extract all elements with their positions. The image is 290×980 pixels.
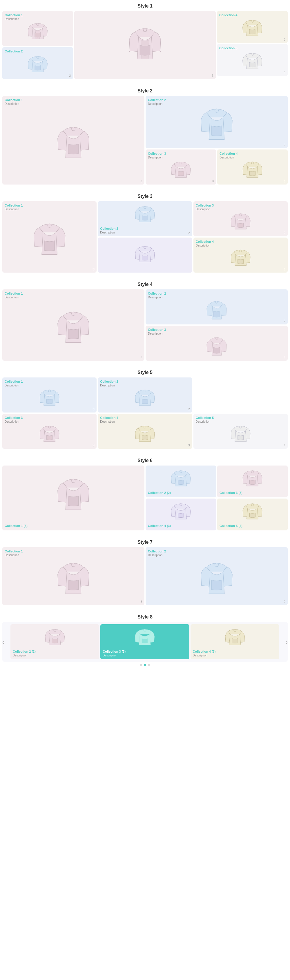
style2-right-bottom: Collection 3 Description 3 <box>146 150 288 185</box>
hoodie-wrapper <box>148 105 285 146</box>
card-desc: Description <box>196 244 285 247</box>
carousel-dot-1[interactable] <box>140 664 142 666</box>
card-label: Collection 3 (3) <box>220 491 285 495</box>
card-count: 3 <box>284 38 285 41</box>
carousel-track: Collection 2 (2) Description <box>10 624 280 659</box>
card-count: 3 <box>212 180 214 183</box>
style5-card5[interactable]: Collection 5 Description 4 <box>194 414 288 449</box>
card-count: 4 <box>284 444 285 447</box>
style4-grid: Collection 1 Description 3 Collecti <box>2 290 288 361</box>
hoodie-wrapper <box>5 105 142 182</box>
hoodie-wrapper <box>148 501 214 524</box>
style6-card2[interactable]: Collection 2 (2) <box>146 466 216 497</box>
card-desc: Description <box>148 156 214 159</box>
card-label: Collection 2 (2) <box>13 650 97 653</box>
carousel-dot-3[interactable] <box>148 664 150 666</box>
card-count: 4 <box>284 71 285 74</box>
svg-point-24 <box>144 426 146 428</box>
hoodie-wrapper <box>5 21 71 44</box>
style7-card1[interactable]: Collection 1 Description 3 <box>2 547 144 605</box>
style6-card5[interactable]: Collection 5 (4) <box>217 498 288 530</box>
card-label: Collection 3 <box>148 152 214 155</box>
svg-point-28 <box>252 471 254 473</box>
style4-card2[interactable]: Collection 2 Description 2 <box>146 290 288 325</box>
card-label: Collection 2 <box>100 227 190 230</box>
style5-empty1 <box>194 377 288 412</box>
card-count: 2 <box>284 143 285 146</box>
style5-grid: Collection 1 Description 3 Collection 2 <box>2 377 288 449</box>
card-label: Collection 3 (3) <box>103 650 187 653</box>
card-label: Collection 3 <box>196 204 285 207</box>
style5-card1[interactable]: Collection 1 Description 3 <box>2 377 96 412</box>
card-count: 2 <box>188 407 190 411</box>
style3-card4[interactable]: Collection 4 Description 3 <box>194 237 288 273</box>
carousel-next-button[interactable]: › <box>286 638 288 645</box>
card-label: Collection 2 <box>148 549 285 553</box>
style4-card1[interactable]: Collection 1 Description 3 <box>2 290 144 361</box>
carousel-dot-2-active[interactable] <box>144 664 146 666</box>
style3-card1[interactable]: Collection 1 Description 3 <box>2 201 96 273</box>
svg-point-12 <box>252 162 254 164</box>
card-label: Collection 2 <box>148 292 285 295</box>
style1-card2[interactable]: Collection 2 2 <box>2 47 73 79</box>
style1-card5[interactable]: Collection 5 4 <box>217 44 288 76</box>
svg-point-8 <box>251 53 253 55</box>
hoodie-wrapper <box>148 335 285 358</box>
hoodie-wrapper <box>148 299 285 322</box>
card-label: Collection 5 <box>219 46 285 50</box>
style3-card2[interactable]: Collection 2 Description 2 <box>98 201 192 236</box>
svg-line-1 <box>28 36 29 37</box>
svg-point-13 <box>48 224 51 228</box>
carousel-item-1[interactable]: Collection 2 (2) Description <box>10 624 99 659</box>
hoodie-wrapper <box>193 627 277 650</box>
style2-left-card[interactable]: Collection 1 Description 3 <box>2 96 144 185</box>
hoodie-wrapper <box>13 627 97 650</box>
style6-card4[interactable]: Collection 4 (3) <box>146 498 216 530</box>
style8-title: Style 8 <box>2 611 288 622</box>
style7-grid: Collection 1 Description 3 Collection 2 <box>2 547 288 605</box>
style5-card2[interactable]: Collection 2 Description 2 <box>98 377 192 412</box>
card-label: Collection 2 (2) <box>148 491 214 495</box>
style5-card4[interactable]: Collection 4 Description 3 <box>98 414 192 449</box>
card-label: Collection 5 <box>196 416 285 420</box>
style2-section: Style 2 Collection 1 Description 3 <box>0 85 290 185</box>
card-label: Collection 1 <box>5 380 94 383</box>
card-label: Collection 1 <box>5 13 71 17</box>
carousel-item-2-active[interactable]: Collection 3 (3) Description <box>100 624 189 659</box>
style4-card3[interactable]: Collection 3 Description 3 <box>146 326 288 361</box>
style1-card1[interactable]: Collection 1 Description <box>2 11 73 46</box>
hoodie-wrapper <box>196 211 285 234</box>
style8-section: Style 8 ‹ <box>0 611 290 666</box>
card-desc: Description <box>5 384 94 387</box>
svg-point-22 <box>144 390 146 392</box>
style2-title: Style 2 <box>2 85 288 96</box>
card-desc: Description <box>100 384 190 387</box>
style8-carousel: ‹ Collection 2 (2 <box>2 622 288 662</box>
carousel-prev-button[interactable]: ‹ <box>2 638 4 645</box>
hoodie-wrapper <box>220 468 285 491</box>
svg-point-18 <box>72 312 75 315</box>
style6-card3[interactable]: Collection 3 (3) <box>217 466 288 497</box>
style3-card-mid-bottom[interactable] <box>98 237 192 273</box>
style3-card3[interactable]: Collection 3 Description 3 <box>194 201 288 236</box>
style7-card2[interactable]: Collection 2 Description 2 <box>146 547 288 605</box>
style2-card4[interactable]: Collection 4 Description 3 <box>217 150 288 185</box>
svg-point-34 <box>144 629 146 632</box>
card-label: Collection 4 <box>219 13 285 17</box>
style6-card1[interactable]: Collection 1 (3) <box>2 466 144 530</box>
carousel-item-3[interactable]: Collection 4 (3) Description <box>191 624 279 659</box>
style2-right-top-card[interactable]: Collection 2 Description 2 <box>146 96 288 148</box>
style2-card3[interactable]: Collection 3 Description 3 <box>146 150 216 185</box>
svg-point-30 <box>252 503 254 506</box>
svg-point-17 <box>239 250 242 252</box>
card-count: 2 <box>188 231 190 235</box>
style5-card3[interactable]: Collection 3 Description 3 <box>2 414 96 449</box>
card-desc: Description <box>100 420 190 423</box>
style1-center-card[interactable]: 3 <box>74 11 216 79</box>
card-desc: Description <box>196 420 285 423</box>
card-count: 3 <box>188 444 190 447</box>
hoodie-wrapper <box>100 204 190 227</box>
style1-card4[interactable]: Collection 4 3 <box>217 11 288 43</box>
card-count: 3 <box>140 180 142 183</box>
hoodie-wrapper <box>100 387 190 410</box>
